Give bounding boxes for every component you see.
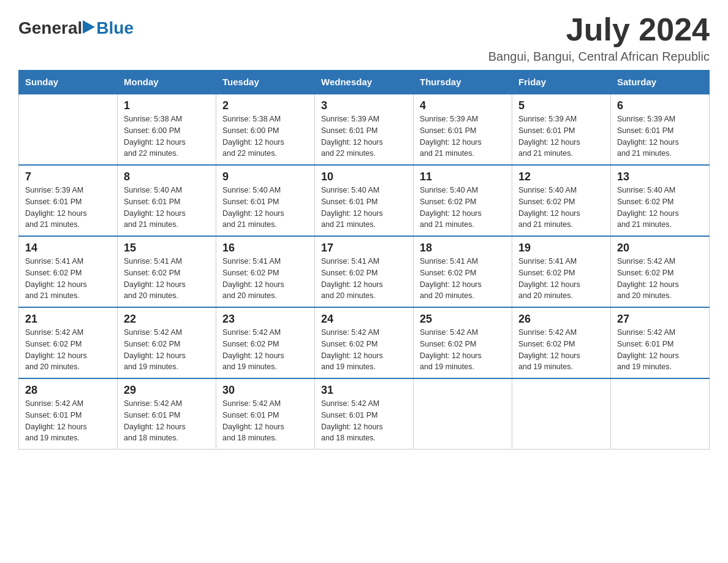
table-row: 25Sunrise: 5:42 AM Sunset: 6:02 PM Dayli… [414, 307, 512, 378]
day-info: Sunrise: 5:41 AM Sunset: 6:02 PM Dayligh… [222, 256, 308, 302]
day-info: Sunrise: 5:40 AM Sunset: 6:01 PM Dayligh… [124, 185, 210, 231]
table-row: 30Sunrise: 5:42 AM Sunset: 6:01 PM Dayli… [216, 378, 315, 450]
day-info: Sunrise: 5:39 AM Sunset: 6:01 PM Dayligh… [321, 113, 407, 159]
calendar-week-row: 1Sunrise: 5:38 AM Sunset: 6:00 PM Daylig… [19, 94, 710, 165]
table-row: 11Sunrise: 5:40 AM Sunset: 6:02 PM Dayli… [414, 165, 512, 236]
day-number: 11 [420, 170, 506, 183]
day-number: 7 [25, 170, 111, 183]
day-number: 4 [420, 99, 506, 112]
table-row: 13Sunrise: 5:40 AM Sunset: 6:02 PM Dayli… [611, 165, 710, 236]
day-info: Sunrise: 5:42 AM Sunset: 6:02 PM Dayligh… [617, 256, 703, 302]
logo: General Blue [18, 18, 134, 38]
table-row: 14Sunrise: 5:41 AM Sunset: 6:02 PM Dayli… [19, 236, 118, 307]
day-info: Sunrise: 5:42 AM Sunset: 6:02 PM Dayligh… [124, 327, 210, 373]
day-number: 21 [25, 313, 111, 326]
page-header: General Blue July 2024 Bangui, Bangui, C… [18, 12, 710, 64]
calendar-week-row: 28Sunrise: 5:42 AM Sunset: 6:01 PM Dayli… [19, 378, 710, 450]
table-row: 3Sunrise: 5:39 AM Sunset: 6:01 PM Daylig… [315, 94, 414, 165]
location-title: Bangui, Bangui, Central African Republic [488, 50, 710, 64]
table-row: 21Sunrise: 5:42 AM Sunset: 6:02 PM Dayli… [19, 307, 118, 378]
table-row: 28Sunrise: 5:42 AM Sunset: 6:01 PM Dayli… [19, 378, 118, 450]
svg-marker-0 [83, 20, 95, 34]
day-info: Sunrise: 5:42 AM Sunset: 6:01 PM Dayligh… [617, 327, 703, 373]
table-row: 23Sunrise: 5:42 AM Sunset: 6:02 PM Dayli… [216, 307, 315, 378]
table-row: 16Sunrise: 5:41 AM Sunset: 6:02 PM Dayli… [216, 236, 315, 307]
month-title: July 2024 [488, 12, 710, 47]
calendar-table: Sunday Monday Tuesday Wednesday Thursday… [18, 70, 710, 450]
day-number: 5 [518, 99, 604, 112]
calendar-week-row: 21Sunrise: 5:42 AM Sunset: 6:02 PM Dayli… [19, 307, 710, 378]
day-info: Sunrise: 5:40 AM Sunset: 6:02 PM Dayligh… [420, 185, 506, 231]
day-number: 1 [124, 99, 210, 112]
day-number: 2 [222, 99, 308, 112]
header-sunday: Sunday [19, 71, 118, 94]
table-row [611, 378, 710, 450]
header-thursday: Thursday [414, 71, 512, 94]
table-row: 6Sunrise: 5:39 AM Sunset: 6:01 PM Daylig… [611, 94, 710, 165]
day-info: Sunrise: 5:39 AM Sunset: 6:01 PM Dayligh… [617, 113, 703, 159]
day-info: Sunrise: 5:41 AM Sunset: 6:02 PM Dayligh… [321, 256, 407, 302]
table-row: 26Sunrise: 5:42 AM Sunset: 6:02 PM Dayli… [512, 307, 611, 378]
day-info: Sunrise: 5:42 AM Sunset: 6:01 PM Dayligh… [222, 398, 308, 444]
table-row: 24Sunrise: 5:42 AM Sunset: 6:02 PM Dayli… [315, 307, 414, 378]
table-row [512, 378, 611, 450]
day-number: 14 [25, 242, 111, 255]
header-saturday: Saturday [611, 71, 710, 94]
day-number: 6 [617, 99, 703, 112]
day-number: 19 [518, 242, 604, 255]
day-info: Sunrise: 5:42 AM Sunset: 6:01 PM Dayligh… [25, 398, 111, 444]
day-info: Sunrise: 5:42 AM Sunset: 6:02 PM Dayligh… [222, 327, 308, 373]
table-row: 20Sunrise: 5:42 AM Sunset: 6:02 PM Dayli… [611, 236, 710, 307]
day-number: 30 [222, 384, 308, 397]
logo-triangle-icon [83, 20, 95, 34]
table-row: 17Sunrise: 5:41 AM Sunset: 6:02 PM Dayli… [315, 236, 414, 307]
day-number: 23 [222, 313, 308, 326]
table-row: 8Sunrise: 5:40 AM Sunset: 6:01 PM Daylig… [118, 165, 216, 236]
day-number: 22 [124, 313, 210, 326]
day-info: Sunrise: 5:42 AM Sunset: 6:02 PM Dayligh… [25, 327, 111, 373]
day-number: 24 [321, 313, 407, 326]
day-info: Sunrise: 5:39 AM Sunset: 6:01 PM Dayligh… [518, 113, 604, 159]
day-number: 20 [617, 242, 703, 255]
calendar-week-row: 14Sunrise: 5:41 AM Sunset: 6:02 PM Dayli… [19, 236, 710, 307]
day-number: 17 [321, 242, 407, 255]
day-info: Sunrise: 5:42 AM Sunset: 6:01 PM Dayligh… [124, 398, 210, 444]
calendar-header-row: Sunday Monday Tuesday Wednesday Thursday… [19, 71, 710, 94]
day-number: 8 [124, 170, 210, 183]
title-area: July 2024 Bangui, Bangui, Central Africa… [488, 12, 710, 64]
day-number: 27 [617, 313, 703, 326]
day-info: Sunrise: 5:41 AM Sunset: 6:02 PM Dayligh… [25, 256, 111, 302]
header-tuesday: Tuesday [216, 71, 315, 94]
day-number: 12 [518, 170, 604, 183]
day-number: 18 [420, 242, 506, 255]
calendar-week-row: 7Sunrise: 5:39 AM Sunset: 6:01 PM Daylig… [19, 165, 710, 236]
table-row: 27Sunrise: 5:42 AM Sunset: 6:01 PM Dayli… [611, 307, 710, 378]
table-row: 5Sunrise: 5:39 AM Sunset: 6:01 PM Daylig… [512, 94, 611, 165]
day-number: 25 [420, 313, 506, 326]
day-info: Sunrise: 5:38 AM Sunset: 6:00 PM Dayligh… [222, 113, 308, 159]
table-row: 18Sunrise: 5:41 AM Sunset: 6:02 PM Dayli… [414, 236, 512, 307]
day-info: Sunrise: 5:40 AM Sunset: 6:02 PM Dayligh… [617, 185, 703, 231]
table-row: 19Sunrise: 5:41 AM Sunset: 6:02 PM Dayli… [512, 236, 611, 307]
header-wednesday: Wednesday [315, 71, 414, 94]
day-number: 9 [222, 170, 308, 183]
table-row: 12Sunrise: 5:40 AM Sunset: 6:02 PM Dayli… [512, 165, 611, 236]
table-row: 15Sunrise: 5:41 AM Sunset: 6:02 PM Dayli… [118, 236, 216, 307]
day-number: 15 [124, 242, 210, 255]
table-row: 2Sunrise: 5:38 AM Sunset: 6:00 PM Daylig… [216, 94, 315, 165]
day-info: Sunrise: 5:41 AM Sunset: 6:02 PM Dayligh… [124, 256, 210, 302]
table-row: 7Sunrise: 5:39 AM Sunset: 6:01 PM Daylig… [19, 165, 118, 236]
day-number: 13 [617, 170, 703, 183]
day-info: Sunrise: 5:41 AM Sunset: 6:02 PM Dayligh… [420, 256, 506, 302]
day-info: Sunrise: 5:42 AM Sunset: 6:02 PM Dayligh… [321, 327, 407, 373]
table-row: 4Sunrise: 5:39 AM Sunset: 6:01 PM Daylig… [414, 94, 512, 165]
table-row [19, 94, 118, 165]
day-number: 29 [124, 384, 210, 397]
day-info: Sunrise: 5:40 AM Sunset: 6:02 PM Dayligh… [518, 185, 604, 231]
day-number: 31 [321, 384, 407, 397]
day-info: Sunrise: 5:42 AM Sunset: 6:01 PM Dayligh… [321, 398, 407, 444]
day-number: 28 [25, 384, 111, 397]
table-row: 31Sunrise: 5:42 AM Sunset: 6:01 PM Dayli… [315, 378, 414, 450]
table-row: 1Sunrise: 5:38 AM Sunset: 6:00 PM Daylig… [118, 94, 216, 165]
day-number: 26 [518, 313, 604, 326]
